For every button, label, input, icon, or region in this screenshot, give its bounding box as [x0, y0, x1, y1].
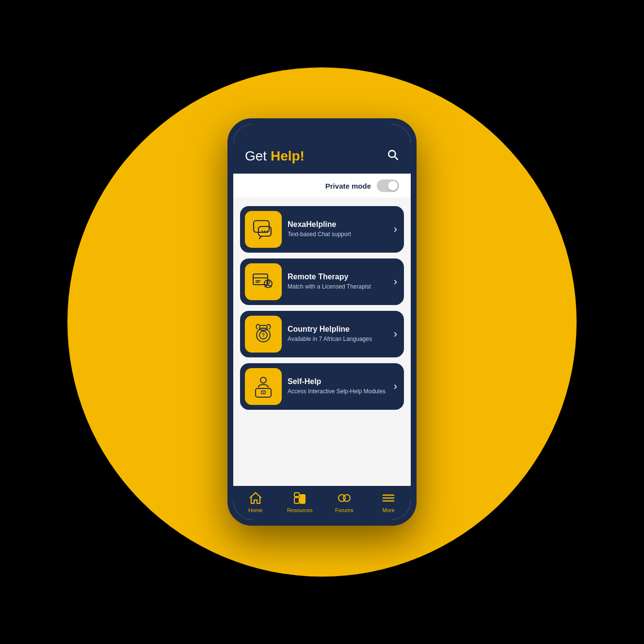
therapy-icon	[251, 269, 276, 294]
cards-area: NexaHelpline Text-based Chat support ›	[233, 198, 411, 486]
nexa-helpline-card[interactable]: NexaHelpline Text-based Chat support ›	[240, 206, 404, 253]
country-helpline-chevron: ›	[394, 328, 397, 340]
svg-point-6	[267, 231, 268, 232]
svg-point-17	[260, 327, 261, 328]
private-mode-label: Private mode	[325, 182, 371, 190]
nexa-helpline-chevron: ›	[394, 223, 397, 236]
country-helpline-text: Country Helpline Available in 7 African …	[288, 325, 388, 343]
chat-icon-box	[245, 211, 282, 248]
resources-label: Resources	[287, 507, 313, 513]
remote-therapy-text: Remote Therapy Match with a Licensed The…	[288, 273, 388, 291]
phone-frame: Get Help! Private mode	[227, 118, 417, 526]
helpline-icon-box: ?	[245, 316, 282, 353]
svg-point-23	[263, 392, 264, 393]
remote-therapy-card[interactable]: Remote Therapy Match with a Licensed The…	[240, 258, 404, 305]
resources-icon	[292, 491, 307, 505]
forums-label: Forums	[335, 507, 353, 513]
nexa-helpline-subtitle: Text-based Chat support	[288, 230, 388, 239]
more-icon	[381, 491, 396, 505]
svg-point-19	[265, 327, 266, 328]
svg-line-1	[395, 157, 398, 160]
home-label: Home	[248, 507, 262, 513]
self-help-icon-box	[245, 368, 282, 405]
self-help-text: Self-Help Access Interactive Selp-Help M…	[288, 377, 388, 396]
self-help-card[interactable]: Self-Help Access Interactive Selp-Help M…	[240, 363, 404, 410]
svg-point-18	[263, 327, 264, 328]
nexa-helpline-title: NexaHelpline	[288, 220, 388, 229]
svg-rect-26	[294, 493, 299, 497]
nexa-helpline-text: NexaHelpline Text-based Chat support	[288, 220, 388, 239]
title-normal: Get	[245, 148, 271, 163]
toggle-knob	[388, 181, 398, 191]
private-mode-bar: Private mode	[233, 174, 411, 198]
svg-point-4	[262, 231, 263, 232]
home-icon	[248, 491, 263, 505]
nav-more[interactable]: More	[374, 491, 403, 513]
svg-point-5	[264, 231, 266, 232]
country-helpline-subtitle: Available in 7 African Languages	[288, 335, 388, 343]
background-circle: Get Help! Private mode	[67, 67, 577, 577]
therapy-icon-box	[245, 263, 282, 300]
country-helpline-title: Country Helpline	[288, 325, 388, 334]
svg-rect-24	[294, 498, 299, 503]
forums-icon	[337, 491, 352, 505]
search-button[interactable]	[386, 148, 399, 164]
nav-home[interactable]: Home	[241, 491, 270, 513]
nav-forums[interactable]: Forums	[330, 491, 359, 513]
svg-point-28	[343, 495, 350, 501]
chat-icon	[251, 217, 276, 242]
more-label: More	[383, 507, 395, 513]
self-help-chevron: ›	[394, 380, 397, 393]
self-help-subtitle: Access Interactive Selp-Help Modules	[288, 387, 388, 396]
svg-rect-7	[253, 274, 268, 285]
nav-resources[interactable]: Resources	[285, 491, 314, 513]
bottom-nav: Home Resources Forums	[233, 486, 411, 520]
svg-rect-25	[300, 495, 305, 503]
helpline-icon: ?	[251, 322, 276, 347]
remote-therapy-chevron: ›	[394, 275, 397, 288]
remote-therapy-subtitle: Match with a Licensed Therapist	[288, 283, 388, 291]
country-helpline-card[interactable]: ? Country Helpline Available in 7 Africa…	[240, 311, 404, 357]
remote-therapy-title: Remote Therapy	[288, 273, 388, 281]
phone-notch	[295, 128, 349, 142]
phone-screen: Get Help! Private mode	[233, 124, 411, 520]
self-help-icon	[251, 374, 276, 399]
self-help-title: Self-Help	[288, 377, 388, 386]
private-mode-toggle[interactable]	[377, 179, 399, 192]
title-bold: Help!	[271, 148, 305, 163]
svg-point-20	[260, 377, 266, 383]
page-title: Get Help!	[245, 148, 305, 164]
svg-text:?: ?	[262, 333, 265, 338]
